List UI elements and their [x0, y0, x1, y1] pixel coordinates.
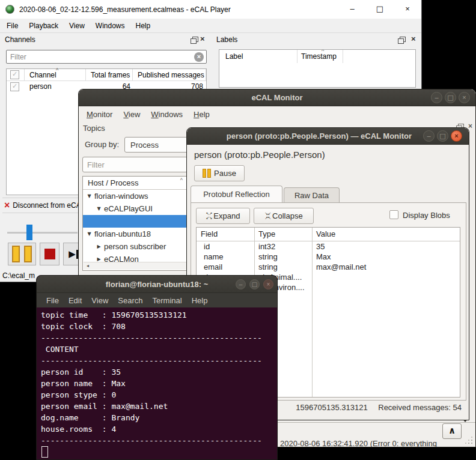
- menu-item-view[interactable]: View: [118, 110, 145, 119]
- terminal-line: topic time : 1596705135313121: [41, 309, 277, 321]
- tree-item-ecalplaygui[interactable]: ▼eCALPlayGUI: [83, 202, 187, 215]
- field-row-email[interactable]: emailstringmax@mail.net: [197, 262, 460, 272]
- topics-panel-title: Topics: [83, 124, 105, 133]
- scroll-left-icon[interactable]: ◂: [84, 262, 92, 270]
- host-process-tree-widget: Host / Process ^ ▼florian-windows▼eCALPl…: [82, 176, 188, 271]
- menu-item-view[interactable]: View: [87, 296, 113, 305]
- log-entry: 2020-08-06 16:32:41.920 (Error 0: everyt…: [280, 439, 437, 447]
- menu-item-edit[interactable]: Edit: [64, 296, 87, 305]
- tree-horizontal-scrollbar[interactable]: ◂: [84, 262, 186, 270]
- maximize-button[interactable]: □: [437, 130, 448, 142]
- expanded-arrow-icon[interactable]: ▼: [86, 231, 93, 237]
- minimize-button[interactable]: –: [423, 130, 435, 142]
- pause-icon: [203, 169, 211, 178]
- channel-checkbox[interactable]: ✓: [10, 82, 19, 91]
- display-blobs-label: Display Blobs: [403, 211, 450, 220]
- clear-filter-icon[interactable]: ×: [194, 52, 204, 62]
- terminal-line: person name : Max: [41, 378, 277, 389]
- tree-item-label: person subscriber: [104, 242, 166, 251]
- close-button[interactable]: ×: [394, 0, 421, 19]
- disconnect-button[interactable]: × Disconnect from eCA: [2, 198, 78, 213]
- channels-filter-input[interactable]: Filter: [6, 50, 207, 64]
- column-header-label[interactable]: Label: [219, 50, 298, 63]
- menu-item-view[interactable]: View: [64, 22, 90, 30]
- collapsed-arrow-icon[interactable]: ▶: [96, 244, 102, 249]
- seek-slider-track[interactable]: [7, 232, 78, 234]
- terminal-cursor: [41, 446, 48, 458]
- column-header-timestamp[interactable]: Timestamp ^: [298, 50, 343, 63]
- maximize-button[interactable]: □: [249, 279, 260, 289]
- terminal-titlebar[interactable]: florian@florian-ubuntu18: ~ – □ ×: [37, 276, 277, 293]
- topics-close-icon[interactable]: ×: [468, 123, 472, 130]
- terminal-window-title: florian@florian-ubuntu18: ~: [106, 280, 208, 289]
- minimize-button[interactable]: –: [338, 0, 366, 19]
- maximize-button[interactable]: □: [366, 0, 394, 19]
- labels-float-icon[interactable]: [400, 37, 406, 42]
- seek-slider-handle[interactable]: [26, 225, 32, 240]
- column-header-field[interactable]: Field: [197, 228, 254, 241]
- resize-grip[interactable]: [466, 437, 473, 444]
- menu-item-search[interactable]: Search: [113, 296, 147, 305]
- column-header-value[interactable]: Value: [312, 228, 460, 241]
- terminal-line: dog.name : Brandy: [41, 412, 277, 423]
- menu-item-playback[interactable]: Playback: [23, 22, 64, 30]
- expanded-arrow-icon[interactable]: ▼: [96, 206, 102, 211]
- channels-float-icon[interactable]: [192, 37, 198, 42]
- tree-item-person-subscriber[interactable]: ▶person subscriber: [83, 240, 187, 253]
- minimize-button[interactable]: –: [431, 92, 442, 103]
- column-header-type[interactable]: Type: [254, 228, 312, 241]
- collapse-button[interactable]: ↘↙ ↗↖ Collapse: [254, 208, 314, 224]
- expand-log-panel-button[interactable]: ∧: [442, 423, 462, 439]
- player-menubar: FilePlaybackViewWindowsHelp: [0, 19, 421, 33]
- expand-button[interactable]: ↖↗ ↙↘ Expand: [196, 208, 250, 224]
- channels-panel-title: Channels: [5, 35, 35, 44]
- topics-filter-input[interactable]: Filter: [82, 157, 188, 172]
- menu-item-terminal[interactable]: Terminal: [148, 296, 187, 305]
- close-button[interactable]: ×: [451, 130, 462, 142]
- player-titlebar[interactable]: 2020-08-06_02-12-12.596_measurement.ecal…: [0, 0, 421, 19]
- stop-button[interactable]: [40, 243, 60, 265]
- column-header-published-messages[interactable]: Published messages: [133, 69, 206, 81]
- column-header-channel[interactable]: Channel ^: [25, 69, 86, 81]
- collapse-arrows-icon: ↘↙ ↗↖: [264, 212, 270, 220]
- menu-item-help[interactable]: Help: [130, 22, 156, 30]
- menu-item-help[interactable]: Help: [188, 110, 215, 119]
- close-button[interactable]: ×: [263, 279, 273, 289]
- terminal-line: person id : 35: [41, 366, 277, 378]
- field-row-id[interactable]: idint3235: [197, 241, 460, 252]
- display-blobs-checkbox[interactable]: [389, 210, 398, 219]
- tab-protobuf-reflection[interactable]: Protobuf Reflection: [191, 186, 282, 203]
- collapsed-arrow-icon[interactable]: ▶: [96, 256, 102, 262]
- measurement-path-label: C:\ecal_m: [2, 271, 35, 280]
- pause-playback-button[interactable]: [8, 243, 36, 265]
- tree-item-selected[interactable]: [83, 215, 187, 228]
- labels-table-header: Label Timestamp ^: [219, 50, 415, 63]
- channels-close-icon[interactable]: ×: [200, 35, 205, 43]
- group-by-select[interactable]: Process: [124, 137, 191, 153]
- minimize-button[interactable]: –: [236, 279, 246, 289]
- pause-button[interactable]: Pause: [194, 165, 245, 181]
- menu-item-help[interactable]: Help: [187, 296, 213, 305]
- menu-item-monitor[interactable]: Monitor: [81, 110, 118, 119]
- field-value: Max: [312, 252, 460, 262]
- tree-column-header[interactable]: Host / Process ^: [83, 177, 187, 190]
- tree-item-florian-ubuntu18[interactable]: ▼florian-ubuntu18: [83, 228, 187, 240]
- menu-item-windows[interactable]: Windows: [145, 110, 188, 119]
- tree-item-florian-windows[interactable]: ▼florian-windows: [83, 190, 187, 202]
- expanded-arrow-icon[interactable]: ▼: [86, 193, 93, 199]
- close-button[interactable]: ×: [459, 92, 470, 103]
- inspector-titlebar[interactable]: person (proto:pb.People.Person) — eCAL M…: [187, 128, 469, 145]
- menu-item-file[interactable]: File: [41, 296, 64, 305]
- terminal-line: house.rooms : 4: [41, 423, 277, 435]
- monitor-titlebar[interactable]: eCAL Monitor – □ ×: [79, 89, 475, 106]
- menu-item-file[interactable]: File: [1, 22, 23, 30]
- menu-item-windows[interactable]: Windows: [90, 22, 130, 30]
- column-header-total-frames[interactable]: Total frames: [86, 69, 133, 81]
- group-by-label: Group by:: [85, 140, 119, 149]
- select-all-checkbox[interactable]: ✓: [10, 70, 19, 79]
- labels-close-icon[interactable]: ×: [411, 35, 416, 43]
- field-row-name[interactable]: namestringMax: [197, 252, 460, 262]
- maximize-button[interactable]: □: [445, 92, 456, 103]
- tab-raw-data[interactable]: Raw Data: [284, 187, 340, 203]
- terminal-output[interactable]: topic time : 1596705135313121topic clock…: [37, 307, 277, 459]
